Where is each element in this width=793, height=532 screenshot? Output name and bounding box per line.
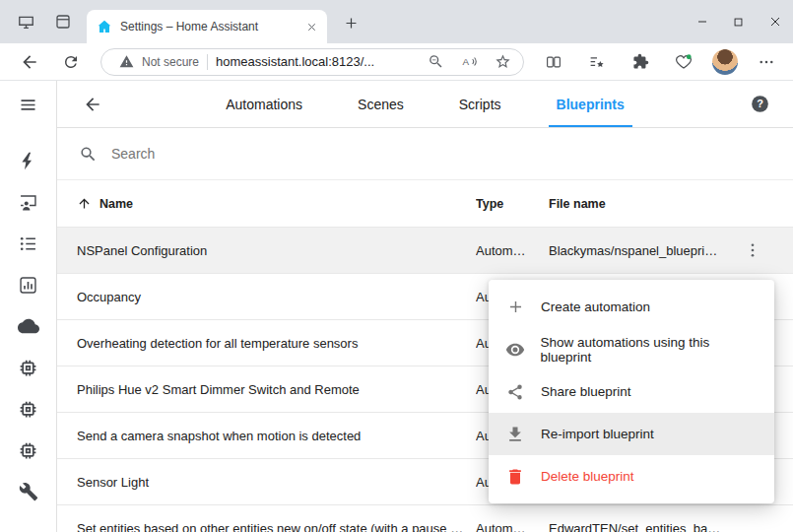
tab-scripts[interactable]: Scripts [443, 81, 517, 127]
sidebar-chart-icon[interactable] [5, 264, 52, 305]
search-icon [79, 145, 98, 164]
menu-item-delete-blueprint[interactable]: Delete blueprint [489, 455, 774, 498]
sidebar-cloud-icon[interactable] [5, 305, 52, 347]
row-name: Philips Hue v2 Smart Dimmer Switch and R… [77, 382, 476, 397]
tab-scenes[interactable]: Scenes [342, 81, 420, 127]
browser-tab[interactable]: Settings – Home Assistant [87, 10, 327, 43]
urlbar-divider [207, 54, 208, 70]
home-assistant-app: Automations Scenes Scripts Blueprints ? [0, 81, 793, 532]
sidebar-presentation-icon[interactable] [5, 181, 52, 223]
browser-window: Settings – Home Assistant [0, 0, 793, 532]
trash-icon [504, 466, 526, 488]
menu-item-create-automation[interactable]: Create automation [489, 286, 774, 328]
row-name: Send a camera snapshot when motion is de… [77, 429, 476, 443]
ha-back-icon[interactable] [73, 85, 112, 124]
row-type: Autom… [476, 521, 549, 532]
window-controls [684, 0, 793, 43]
menu-item-share-blueprint[interactable]: Share blueprint [489, 370, 774, 413]
ha-nav-tabs: Automations Scenes Scripts Blueprints [57, 81, 793, 127]
row-name: Set entities based on other entities new… [77, 521, 476, 532]
row-name: Occupancy [77, 290, 476, 304]
not-secure-warning-icon[interactable] [119, 54, 134, 69]
row-file: Blackymas/nspanel_blueprin… [549, 243, 732, 258]
sidebar-lightning-icon[interactable] [5, 140, 52, 181]
minimize-button[interactable] [684, 0, 720, 43]
ha-header: Automations Scenes Scripts Blueprints ? [57, 81, 793, 128]
row-overflow-menu-icon[interactable] [735, 233, 770, 268]
close-button[interactable] [757, 0, 793, 43]
hamburger-menu-icon[interactable] [5, 83, 52, 126]
url-text[interactable]: homeassistant.local:8123/... [216, 54, 415, 69]
blueprint-context-menu: Create automation Show automations using… [489, 280, 774, 503]
browser-essentials-icon[interactable] [669, 47, 698, 77]
sidebar-chip-icon[interactable] [5, 388, 52, 430]
browser-menu-icon[interactable] [752, 47, 781, 77]
home-assistant-favicon-icon [97, 19, 112, 34]
row-type: Autom… [476, 243, 549, 258]
help-icon[interactable]: ? [742, 87, 777, 122]
address-bar[interactable]: Not secure homeassistant.local:8123/... … [100, 48, 524, 76]
svg-text:A: A [462, 56, 469, 67]
tab-blueprints[interactable]: Blueprints [541, 81, 640, 127]
profile-avatar[interactable] [712, 49, 738, 75]
extensions-icon[interactable] [626, 47, 655, 77]
table-row[interactable]: Set entities based on other entities new… [57, 505, 793, 532]
workspace-monitor-icon[interactable] [10, 6, 41, 37]
column-type[interactable]: Type [476, 197, 549, 211]
sidebar-chip-icon[interactable] [5, 430, 52, 471]
plus-icon [504, 297, 526, 318]
security-label[interactable]: Not secure [142, 55, 199, 69]
row-name: Sensor Light [77, 475, 476, 490]
menu-item-reimport-blueprint[interactable]: Re-import blueprint [489, 413, 774, 455]
ha-sidebar [0, 81, 57, 532]
table-row[interactable]: NSPanel Configuration Autom… Blackymas/n… [57, 228, 793, 274]
tabstrip-left-icons [0, 0, 79, 43]
search-input[interactable] [111, 146, 771, 162]
favorite-star-icon[interactable] [490, 50, 515, 74]
tab-actions-icon[interactable] [47, 6, 79, 37]
tab-close-icon[interactable] [301, 17, 321, 36]
tab-title: Settings – Home Assistant [120, 20, 294, 33]
table-header: Name Type File name [57, 180, 793, 228]
row-name: Overheating detection for all temperatur… [77, 336, 476, 351]
sidebar-chip-icon[interactable] [5, 347, 52, 388]
search-bar [57, 128, 793, 180]
row-file: EdwardTEN/set_entities_bas… [549, 521, 732, 532]
sidebar-items [5, 140, 52, 512]
eye-icon [504, 339, 525, 361]
split-screen-icon[interactable] [539, 47, 568, 77]
sort-ascending-icon[interactable] [77, 196, 92, 211]
toolbar-right-icons [539, 47, 781, 77]
row-name: NSPanel Configuration [77, 243, 476, 258]
refresh-icon[interactable] [53, 45, 89, 79]
favorites-icon[interactable] [582, 47, 612, 77]
svg-text:?: ? [757, 98, 763, 109]
sidebar-wrench-icon[interactable] [5, 471, 52, 512]
download-icon [504, 424, 526, 445]
sidebar-todo-list-icon[interactable] [5, 223, 52, 264]
new-tab-button[interactable] [337, 9, 364, 36]
column-file-name[interactable]: File name [549, 197, 732, 211]
back-icon[interactable] [12, 45, 47, 79]
tab-automations[interactable]: Automations [210, 81, 318, 127]
maximize-button[interactable] [720, 0, 757, 43]
zoom-out-icon[interactable] [423, 50, 448, 74]
column-name[interactable]: Name [99, 197, 133, 211]
read-aloud-icon[interactable]: A [456, 50, 482, 74]
share-icon [504, 381, 526, 403]
browser-toolbar: Not secure homeassistant.local:8123/... … [0, 43, 793, 81]
menu-item-show-automations[interactable]: Show automations using this blueprint [489, 328, 774, 370]
browser-tabstrip: Settings – Home Assistant [0, 0, 793, 43]
